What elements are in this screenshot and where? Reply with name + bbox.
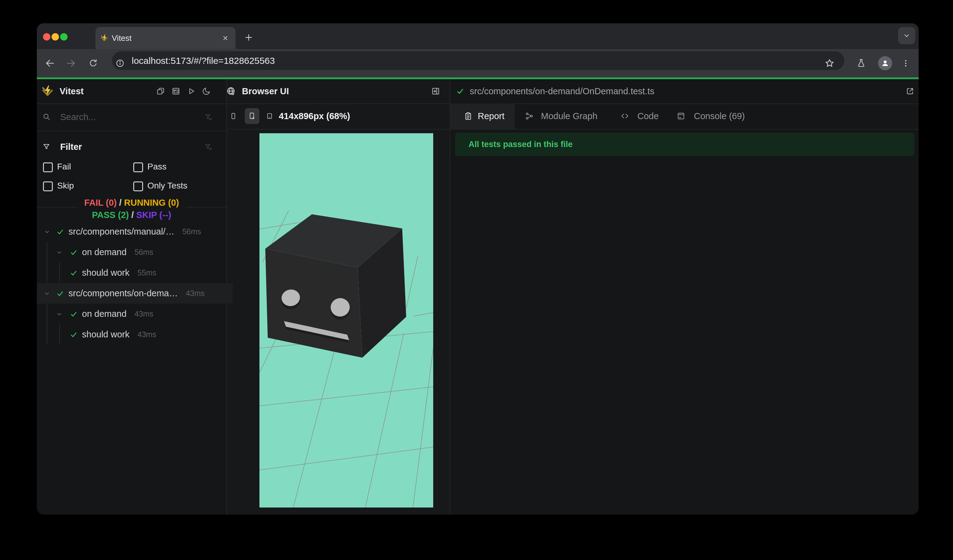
divider	[227, 129, 450, 130]
info-icon[interactable]	[115, 59, 125, 68]
checkbox-only-tests-label: Only Tests	[147, 180, 187, 191]
search-input[interactable]: Search...	[60, 112, 96, 122]
tree-item-label: should work	[82, 329, 130, 340]
search-icon	[42, 113, 51, 121]
funnel-clear-icon[interactable]	[205, 143, 213, 151]
robot-cube	[265, 214, 406, 358]
summary-line-2: PASS (2)/SKIP (--)	[84, 209, 179, 221]
checkbox-only-tests[interactable]	[133, 181, 143, 191]
phone-plus-icon[interactable]	[248, 112, 256, 120]
pass-check-icon	[70, 269, 78, 277]
browser-viewport[interactable]	[259, 133, 433, 507]
tree-row-file-selected[interactable]: src/components/on-dema… 43ms	[37, 283, 233, 304]
chevron-down-icon[interactable]	[56, 310, 63, 318]
tab-report[interactable]: Report	[478, 111, 504, 121]
flask-icon[interactable]	[856, 58, 866, 68]
tree-row-file[interactable]: src/components/manual/… 56ms	[37, 221, 233, 242]
module-graph-icon	[525, 112, 534, 120]
tablet-icon[interactable]	[265, 112, 273, 120]
indent-guide	[59, 324, 60, 345]
divider	[450, 104, 919, 104]
summary-line-1: FAIL (0)/RUNNING (0)	[84, 197, 179, 209]
clipboard-icon	[464, 112, 472, 120]
tab-module-graph[interactable]: Module Graph	[541, 111, 598, 121]
profile-icon	[881, 59, 889, 68]
skip-count: SKIP (--)	[136, 210, 171, 220]
pass-check-icon	[56, 290, 64, 298]
dashboard-icon[interactable]	[171, 87, 180, 96]
menu-dots-icon[interactable]	[901, 59, 910, 68]
indent-guide	[47, 242, 47, 283]
fail-count: FAIL (0)	[84, 198, 117, 208]
divider	[37, 131, 226, 132]
tree-row-test[interactable]: should work 55ms	[37, 262, 259, 283]
pass-check-icon	[70, 310, 78, 318]
pass-check-icon	[70, 248, 78, 256]
dock-right-icon[interactable]	[431, 87, 440, 96]
running-count: RUNNING (0)	[124, 198, 179, 208]
divider	[227, 104, 450, 104]
panel-splitter[interactable]	[450, 79, 450, 515]
checkbox-skip-label: Skip	[57, 180, 74, 191]
funnel-clear-icon[interactable]	[205, 113, 213, 121]
vitest-logo	[40, 84, 55, 98]
browser-window: Vitest localhost:5173/#/?file=1828625563…	[37, 23, 919, 515]
checkbox-skip[interactable]	[43, 181, 53, 191]
funnel-icon	[42, 143, 50, 151]
vitest-favicon	[100, 34, 109, 43]
tree-item-label: on demand	[82, 247, 126, 257]
tree-item-label: on demand	[82, 309, 126, 319]
checkbox-fail-label: Fail	[57, 161, 71, 172]
back-icon[interactable]	[45, 58, 55, 68]
tab-title: Vitest	[112, 34, 132, 43]
indent-guide	[47, 304, 47, 345]
tree-row-test[interactable]: should work 43ms	[37, 324, 259, 345]
new-tab-icon[interactable]	[244, 33, 254, 42]
moon-icon[interactable]	[202, 87, 211, 96]
checkbox-fail[interactable]	[43, 163, 53, 172]
phone-icon[interactable]	[229, 112, 237, 120]
sidebar-title: Vitest	[60, 86, 84, 96]
url-text[interactable]: localhost:5173/#/?file=1828625563	[132, 51, 275, 70]
pass-count: PASS (2)	[92, 210, 129, 220]
chevron-down-icon[interactable]	[56, 249, 63, 256]
chevron-down-icon[interactable]	[43, 228, 51, 236]
tree-row-suite[interactable]: on demand 56ms	[37, 242, 245, 262]
traffic-light-zoom[interactable]	[60, 33, 68, 40]
pass-check-icon	[56, 228, 64, 236]
viewport-size-label: 414x896px (68%)	[279, 111, 350, 121]
tab-search-button[interactable]	[898, 27, 915, 44]
banner-text: All tests passed in this file	[469, 133, 573, 156]
divider	[450, 129, 919, 130]
tree-item-duration: 55ms	[138, 268, 156, 277]
indent-guide	[59, 262, 60, 283]
tree-row-suite[interactable]: on demand 43ms	[37, 304, 245, 324]
forward-icon[interactable]	[66, 58, 76, 68]
windows-stack-icon[interactable]	[156, 87, 165, 96]
reload-icon[interactable]	[88, 58, 98, 68]
run-all-play-icon[interactable]	[187, 87, 196, 96]
globe-icon	[226, 86, 236, 96]
console-icon	[677, 112, 685, 120]
pass-check-icon	[70, 330, 78, 339]
tree-item-label: src/components/on-dema…	[68, 288, 178, 298]
code-icon	[621, 112, 629, 120]
tree-item-label: src/components/manual/…	[68, 226, 174, 237]
traffic-light-close[interactable]	[43, 33, 50, 40]
profile-avatar[interactable]	[878, 56, 892, 70]
external-link-icon[interactable]	[905, 87, 915, 96]
checkbox-pass[interactable]	[133, 163, 143, 172]
filter-title: Filter	[60, 141, 82, 152]
tree-item-duration: 56ms	[135, 248, 153, 257]
test-summary: FAIL (0)/RUNNING (0) PASS (2)/SKIP (--)	[37, 194, 226, 221]
chevron-down-icon[interactable]	[43, 290, 51, 297]
browser-panel-title: Browser UI	[242, 86, 289, 96]
traffic-light-minimize[interactable]	[51, 33, 59, 40]
tab-code[interactable]: Code	[637, 111, 658, 121]
checkbox-pass-label: Pass	[147, 161, 166, 172]
close-tab-icon[interactable]	[222, 34, 229, 42]
tree-item-duration: 56ms	[182, 227, 201, 236]
bookmark-star-icon[interactable]	[824, 58, 835, 68]
tab-console[interactable]: Console (69)	[694, 111, 745, 121]
divider	[37, 104, 226, 104]
